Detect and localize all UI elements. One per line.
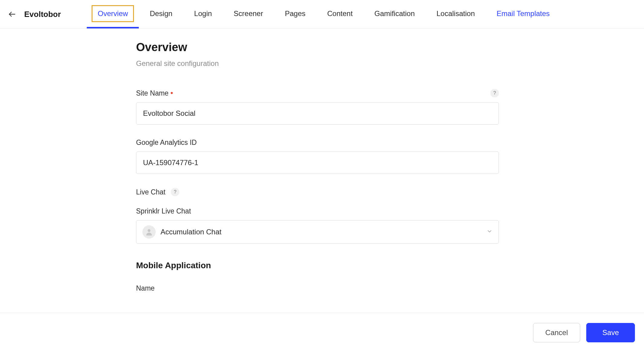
footer-bar: Cancel Save bbox=[0, 313, 644, 352]
svg-point-1 bbox=[148, 229, 150, 232]
avatar-icon bbox=[142, 225, 156, 239]
tab-design[interactable]: Design bbox=[139, 0, 183, 28]
field-sprinklr-chat: Sprinklr Live Chat Accumulation Chat bbox=[136, 207, 499, 244]
field-ga-id: Google Analytics ID bbox=[136, 139, 499, 174]
tab-pages[interactable]: Pages bbox=[274, 0, 316, 28]
tab-label: Overview bbox=[92, 6, 133, 21]
live-chat-label: Live Chat bbox=[136, 188, 165, 196]
tab-label: Gamification bbox=[374, 9, 415, 18]
back-button[interactable] bbox=[7, 9, 18, 20]
tab-login[interactable]: Login bbox=[183, 0, 223, 28]
content-area: Overview General site configuration Site… bbox=[0, 29, 644, 292]
help-icon[interactable]: ? bbox=[171, 188, 179, 196]
tab-localisation[interactable]: Localisation bbox=[426, 0, 486, 28]
page-title: Overview bbox=[136, 41, 644, 54]
sprinklr-chat-label: Sprinklr Live Chat bbox=[136, 207, 191, 215]
chevron-down-icon bbox=[486, 228, 493, 236]
help-icon[interactable]: ? bbox=[490, 89, 499, 97]
sprinklr-chat-selected: Accumulation Chat bbox=[161, 228, 482, 236]
tab-label: Content bbox=[327, 9, 353, 18]
sprinklr-chat-select[interactable]: Accumulation Chat bbox=[136, 220, 499, 244]
ga-id-input[interactable] bbox=[136, 152, 499, 174]
required-indicator: • bbox=[170, 91, 173, 96]
tab-label: Localisation bbox=[437, 9, 475, 18]
live-chat-section-header: Live Chat ? bbox=[136, 188, 644, 196]
field-site-name: Site Name • ? bbox=[136, 89, 499, 125]
save-button[interactable]: Save bbox=[586, 323, 635, 342]
tab-email-templates[interactable]: Email Templates bbox=[486, 0, 561, 28]
tab-label: Login bbox=[194, 9, 212, 18]
tab-content[interactable]: Content bbox=[316, 0, 363, 28]
tab-label: Screener bbox=[234, 9, 263, 18]
tab-label: Pages bbox=[285, 9, 305, 18]
site-name-label: Site Name bbox=[136, 89, 168, 97]
header-bar: Evoltobor Overview Design Login Screener… bbox=[0, 0, 644, 29]
site-title: Evoltobor bbox=[24, 10, 61, 19]
field-mobile-app-name: Name bbox=[136, 284, 499, 292]
cancel-button[interactable]: Cancel bbox=[533, 323, 581, 342]
page-subtitle: General site configuration bbox=[136, 59, 644, 68]
tab-overview[interactable]: Overview bbox=[87, 0, 139, 28]
tab-gamification[interactable]: Gamification bbox=[363, 0, 425, 28]
tab-label: Design bbox=[150, 9, 172, 18]
tab-label: Email Templates bbox=[496, 9, 550, 18]
arrow-left-icon bbox=[8, 10, 16, 18]
tab-screener[interactable]: Screener bbox=[223, 0, 274, 28]
mobile-app-section-title: Mobile Application bbox=[136, 261, 644, 270]
tabs-container: Overview Design Login Screener Pages Con… bbox=[87, 0, 561, 28]
ga-id-label: Google Analytics ID bbox=[136, 139, 197, 147]
site-name-input[interactable] bbox=[136, 102, 499, 125]
mobile-app-name-label: Name bbox=[136, 284, 154, 292]
